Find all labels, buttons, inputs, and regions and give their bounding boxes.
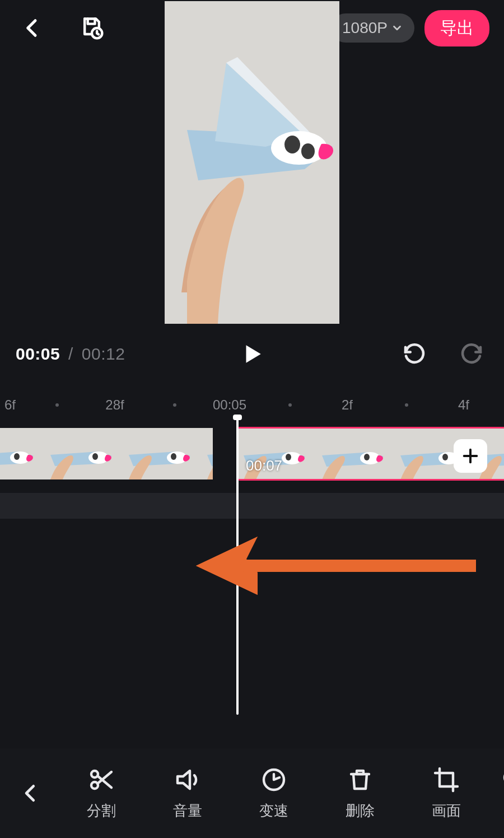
playhead[interactable] [236,418,239,715]
annotation-arrow [196,527,487,599]
tool-label: 音量 [173,801,202,821]
redo-button[interactable] [457,338,488,370]
speed-icon [260,766,287,793]
ruler-dot [405,403,408,407]
svg-point-28 [286,454,291,460]
plus-icon [461,446,480,465]
redo-icon [461,342,484,366]
clip-a[interactable] [0,428,213,479]
svg-point-36 [442,454,448,460]
tool-label: 变速 [259,801,288,821]
tool-delete[interactable]: 删除 [317,766,403,821]
current-time: 00:05 [16,344,60,363]
tool-label: 画面 [432,801,461,821]
add-clip-button[interactable] [454,439,487,473]
svg-marker-44 [196,537,258,595]
clip-duration-label: 00:07 [246,457,282,474]
play-button[interactable] [236,338,268,370]
svg-point-12 [14,453,20,460]
toolbar-back-button[interactable] [6,760,56,827]
svg-point-7 [301,143,315,159]
tool-label: 删除 [346,801,375,821]
svg-point-16 [92,453,98,460]
ruler-tick: 00:05 [213,397,246,413]
tool-canvas[interactable]: 画面 [403,766,489,821]
speaker-icon [174,766,201,793]
preview-frame-illustration [165,1,339,324]
tool-label: 分割 [87,801,116,821]
time-separator: / [68,344,73,363]
bottom-toolbar: 分割 音量 变速 删除 画面 滤 [0,748,504,838]
time-display: 00:05 / 00:12 [16,344,125,364]
undo-icon [402,342,425,366]
tool-speed[interactable]: 变速 [231,766,317,821]
svg-marker-45 [196,537,258,595]
crop-icon [433,766,460,793]
timeline-ruler[interactable]: 6f 28f 00:05 2f 4f [0,392,504,418]
video-track[interactable]: 00:07 [0,428,504,484]
secondary-track[interactable] [0,493,504,519]
ruler-dot [55,403,59,407]
chevron-left-icon [20,783,41,804]
svg-point-6 [284,136,300,153]
ruler-dot [288,403,292,407]
tool-filter[interactable]: 滤 [489,766,504,821]
ruler-tick: 28f [105,397,124,413]
scissors-icon [88,766,115,793]
filter-icon [501,766,504,793]
svg-marker-8 [246,345,261,363]
tool-volume[interactable]: 音量 [144,766,231,821]
svg-point-32 [364,454,370,460]
ruler-tick: 4f [458,397,469,413]
ruler-tick: 2f [342,397,353,413]
video-preview[interactable] [165,1,339,324]
svg-marker-50 [178,771,190,789]
undo-button[interactable] [398,338,429,370]
ruler-dot [173,403,176,407]
trash-icon [347,766,374,793]
tool-split[interactable]: 分割 [58,766,144,821]
ruler-tick: 6f [4,397,16,413]
total-duration: 00:12 [82,344,125,363]
play-icon [240,342,264,366]
svg-point-20 [171,453,176,460]
